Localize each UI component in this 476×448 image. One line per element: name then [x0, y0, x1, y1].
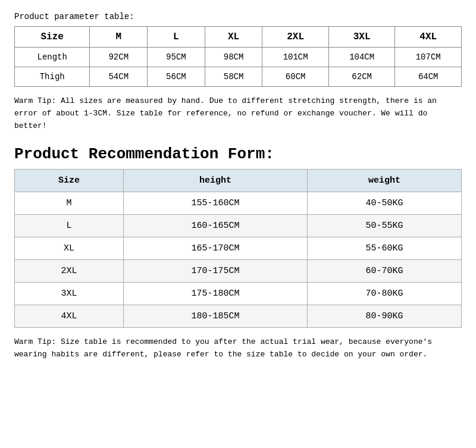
param-cell-0-2: 95CM: [148, 48, 205, 67]
rec-cell-3-2: 60-70KG: [308, 260, 462, 283]
param-header-l: L: [148, 27, 205, 48]
rec-row-2: XL165-170CM55-60KG: [15, 237, 462, 260]
rec-cell-0-2: 40-50KG: [308, 192, 462, 215]
param-cell-0-4: 101CM: [262, 48, 329, 67]
rec-cell-5-2: 80-90KG: [308, 305, 462, 328]
rec-cell-1-1: 160-165CM: [123, 215, 307, 237]
rec-row-0: M155-160CM40-50KG: [15, 192, 462, 215]
rec-cell-4-0: 3XL: [15, 283, 124, 305]
param-cell-1-2: 56CM: [148, 67, 205, 87]
rec-table-title: Product Recommendation Form:: [14, 145, 462, 163]
rec-cell-4-1: 175-180CM: [123, 283, 307, 305]
param-cell-1-3: 58CM: [205, 67, 262, 87]
param-cell-0-1: 92CM: [90, 48, 148, 67]
param-cell-1-4: 60CM: [262, 67, 329, 87]
rec-cell-2-1: 165-170CM: [123, 237, 307, 260]
param-cell-1-0: Thigh: [15, 67, 90, 87]
rec-header-size: Size: [15, 170, 124, 192]
param-warm-tip: Warm Tip: All sizes are measured by hand…: [14, 95, 462, 132]
rec-row-3: 2XL170-175CM60-70KG: [15, 260, 462, 283]
param-table-header-row: SizeMLXL2XL3XL4XL: [15, 27, 462, 48]
rec-header-weight: weight: [308, 170, 462, 192]
param-cell-0-3: 98CM: [205, 48, 262, 67]
rec-row-1: L160-165CM50-55KG: [15, 215, 462, 237]
rec-cell-5-0: 4XL: [15, 305, 124, 328]
param-table-title: Product parameter table:: [14, 12, 462, 21]
rec-cell-2-2: 55-60KG: [308, 237, 462, 260]
param-cell-1-6: 64CM: [395, 67, 462, 87]
param-header-3xl: 3XL: [328, 27, 395, 48]
rec-cell-5-1: 180-185CM: [123, 305, 307, 328]
rec-table: Sizeheightweight M155-160CM40-50KGL160-1…: [14, 169, 462, 328]
rec-warm-tip: Warm Tip: Size table is recommended to y…: [14, 336, 462, 361]
param-cell-1-5: 62CM: [328, 67, 395, 87]
rec-cell-1-2: 50-55KG: [308, 215, 462, 237]
param-header-m: M: [90, 27, 148, 48]
rec-cell-4-2: 70-80KG: [308, 283, 462, 305]
rec-row-4: 3XL175-180CM70-80KG: [15, 283, 462, 305]
rec-table-header-row: Sizeheightweight: [15, 170, 462, 192]
param-cell-0-6: 107CM: [395, 48, 462, 67]
rec-header-height: height: [123, 170, 307, 192]
param-cell-0-0: Length: [15, 48, 90, 67]
rec-row-5: 4XL180-185CM80-90KG: [15, 305, 462, 328]
param-table: SizeMLXL2XL3XL4XL Length92CM95CM98CM101C…: [14, 26, 462, 87]
param-header-4xl: 4XL: [395, 27, 462, 48]
rec-cell-1-0: L: [15, 215, 124, 237]
param-header-size: Size: [15, 27, 90, 48]
param-cell-1-1: 54CM: [90, 67, 148, 87]
rec-cell-0-1: 155-160CM: [123, 192, 307, 215]
param-cell-0-5: 104CM: [328, 48, 395, 67]
rec-cell-3-0: 2XL: [15, 260, 124, 283]
param-header-xl: XL: [205, 27, 262, 48]
param-header-2xl: 2XL: [262, 27, 329, 48]
rec-cell-2-0: XL: [15, 237, 124, 260]
param-row-1: Thigh54CM56CM58CM60CM62CM64CM: [15, 67, 462, 87]
rec-cell-3-1: 170-175CM: [123, 260, 307, 283]
rec-cell-0-0: M: [15, 192, 124, 215]
param-row-0: Length92CM95CM98CM101CM104CM107CM: [15, 48, 462, 67]
